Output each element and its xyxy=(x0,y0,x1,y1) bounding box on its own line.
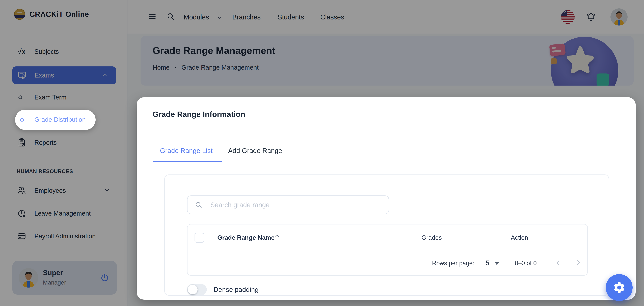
dropdown-caret-icon[interactable] xyxy=(495,262,499,265)
settings-fab[interactable] xyxy=(606,274,632,301)
select-all-checkbox[interactable] xyxy=(194,233,204,242)
grade-range-table: Grade Range Name Grades Action Rows per … xyxy=(187,224,588,276)
next-page-icon[interactable] xyxy=(574,259,582,267)
bullet-icon xyxy=(20,118,24,122)
divider xyxy=(137,129,636,129)
active-tab-indicator xyxy=(152,161,222,162)
search-grade-range-box xyxy=(187,196,389,214)
column-grade-range-name[interactable]: Grade Range Name xyxy=(217,234,274,241)
pagination-range-label: 0–0 of 0 xyxy=(515,260,537,267)
card-title: Grade Range Information xyxy=(152,110,245,119)
dense-padding-toggle[interactable] xyxy=(187,284,207,295)
grade-range-information-card: Grade Range Information Grade Range List… xyxy=(137,97,636,300)
gear-icon xyxy=(613,281,626,294)
search-icon xyxy=(194,201,202,209)
column-grades: Grades xyxy=(422,234,442,241)
rows-per-page-select[interactable]: 5 xyxy=(486,259,489,266)
sidebar-item-grade-distribution[interactable]: Grade Distribution xyxy=(15,110,96,130)
dense-padding-row: Dense padding xyxy=(187,284,258,296)
tab-add-grade-range[interactable]: Add Grade Range xyxy=(228,147,282,154)
table-header-row: Grade Range Name Grades Action xyxy=(188,224,587,251)
column-action: Action xyxy=(511,234,528,241)
rows-per-page-label: Rows per page: xyxy=(432,260,474,267)
dense-padding-label: Dense padding xyxy=(214,286,258,294)
previous-page-icon[interactable] xyxy=(554,259,562,267)
search-grade-range-input[interactable] xyxy=(210,201,378,209)
grade-range-list-panel: Grade Range Name Grades Action Rows per … xyxy=(164,174,609,296)
tab-grade-range-list[interactable]: Grade Range List xyxy=(160,147,213,154)
toggle-thumb xyxy=(188,285,198,294)
table-pagination: Rows per page: 5 0–0 of 0 xyxy=(188,251,587,276)
sort-ascending-icon[interactable] xyxy=(273,234,281,241)
